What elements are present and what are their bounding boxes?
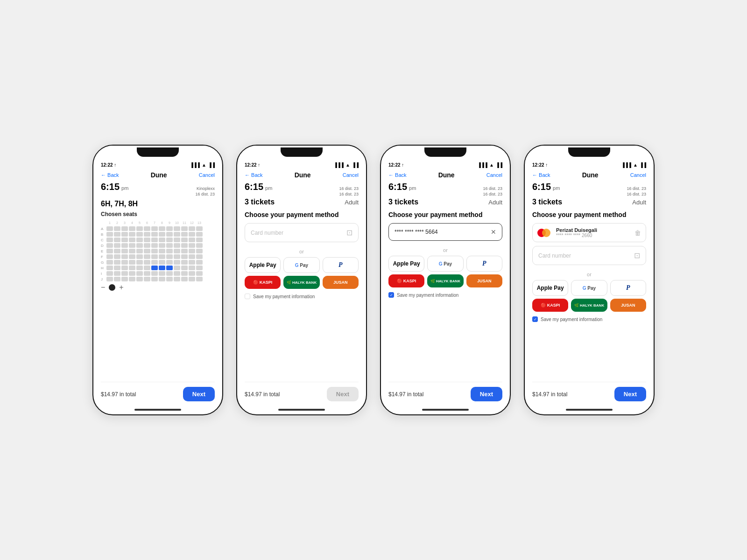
seat[interactable] — [114, 271, 120, 276]
card-input-3[interactable]: **** **** **** 5664 ✕ — [388, 223, 502, 241]
seat[interactable] — [196, 260, 203, 265]
seat[interactable] — [174, 243, 180, 248]
seat[interactable] — [166, 277, 173, 281]
paypal-button-2[interactable]: P — [323, 257, 359, 273]
zoom-out-button[interactable]: − — [101, 283, 105, 292]
seat[interactable] — [151, 226, 158, 231]
seat[interactable] — [174, 232, 180, 237]
back-button-2[interactable]: ← Back — [245, 172, 263, 178]
seat[interactable] — [114, 260, 120, 265]
seat[interactable] — [121, 277, 128, 281]
seat[interactable] — [106, 243, 113, 248]
seat[interactable] — [106, 226, 113, 231]
seat[interactable] — [136, 249, 143, 253]
seat[interactable] — [129, 260, 135, 265]
save-checkbox-3[interactable]: ✓ — [388, 292, 394, 298]
seat[interactable] — [189, 249, 195, 253]
google-pay-button-4[interactable]: G Pay — [571, 280, 607, 296]
back-button-1[interactable]: ← Back — [101, 172, 119, 178]
kaspi-button-2[interactable]: 🔴 KASPI — [245, 276, 281, 289]
save-checkbox-2[interactable] — [245, 294, 250, 299]
back-button-3[interactable]: ← Back — [388, 172, 407, 178]
seat[interactable] — [181, 254, 188, 259]
seat[interactable] — [121, 254, 128, 259]
seat[interactable] — [144, 226, 150, 231]
google-pay-button-2[interactable]: G Pay — [283, 257, 319, 273]
seat[interactable] — [166, 254, 173, 259]
seat[interactable] — [166, 271, 173, 276]
seat[interactable] — [166, 226, 173, 231]
seat[interactable] — [159, 238, 165, 242]
seat[interactable] — [114, 226, 120, 231]
save-checkbox-4[interactable]: ✓ — [532, 316, 538, 322]
seat[interactable] — [196, 232, 203, 237]
seat[interactable] — [174, 226, 180, 231]
seat[interactable] — [196, 243, 203, 248]
seat[interactable] — [144, 249, 150, 253]
saved-card[interactable]: Perizat Duisegali **** **** **** 2660 🗑 — [532, 223, 646, 242]
seat[interactable] — [121, 260, 128, 265]
seat[interactable] — [151, 254, 158, 259]
seat[interactable] — [189, 277, 195, 281]
seat[interactable] — [151, 277, 158, 281]
seat[interactable] — [151, 238, 158, 242]
jusan-button-4[interactable]: JUSAN — [610, 299, 646, 312]
seat[interactable] — [114, 254, 120, 259]
seat[interactable] — [159, 232, 165, 237]
paypal-button-3[interactable]: P — [466, 256, 502, 272]
jusan-button-2[interactable]: JUSAN — [323, 276, 359, 289]
seat[interactable] — [106, 232, 113, 237]
seat[interactable] — [181, 243, 188, 248]
seat[interactable] — [159, 254, 165, 259]
card-input-2[interactable]: Card number ⊡ — [245, 223, 359, 242]
seat[interactable] — [181, 232, 188, 237]
seat[interactable] — [166, 243, 173, 248]
seat[interactable] — [129, 249, 135, 253]
halyk-button-3[interactable]: 🌿 HALYK BANK — [427, 274, 463, 287]
seat[interactable] — [106, 271, 113, 276]
zoom-in-button[interactable]: + — [119, 283, 123, 292]
seat[interactable] — [114, 238, 120, 242]
seat[interactable] — [151, 260, 158, 265]
seat[interactable] — [121, 226, 128, 231]
seat[interactable] — [129, 232, 135, 237]
seat[interactable] — [144, 254, 150, 259]
seat[interactable] — [129, 266, 135, 270]
seat[interactable] — [181, 266, 188, 270]
seat[interactable] — [144, 260, 150, 265]
seat[interactable] — [151, 271, 158, 276]
seat[interactable] — [151, 249, 158, 253]
seat[interactable] — [174, 238, 180, 242]
seat[interactable] — [121, 243, 128, 248]
seat[interactable] — [106, 249, 113, 253]
jusan-button-3[interactable]: JUSAN — [466, 274, 502, 287]
cancel-button-3[interactable]: Cancel — [486, 172, 502, 178]
seat[interactable] — [181, 238, 188, 242]
seat[interactable] — [106, 266, 113, 270]
seat[interactable] — [129, 243, 135, 248]
cancel-button-4[interactable]: Cancel — [630, 172, 646, 178]
cancel-button-1[interactable]: Cancel — [199, 172, 215, 178]
seat[interactable] — [144, 238, 150, 242]
seat[interactable] — [136, 271, 143, 276]
seat[interactable] — [181, 271, 188, 276]
seat[interactable] — [196, 254, 203, 259]
clear-card-button-3[interactable]: ✕ — [491, 228, 496, 236]
seat[interactable] — [181, 260, 188, 265]
seat[interactable] — [151, 243, 158, 248]
seat[interactable] — [189, 226, 195, 231]
card-input-4[interactable]: Card number ⊡ — [532, 246, 646, 265]
seat[interactable] — [114, 243, 120, 248]
seat[interactable] — [129, 238, 135, 242]
kaspi-button-4[interactable]: 🔴 KASPI — [532, 299, 568, 312]
apple-pay-button-2[interactable]: Apple Pay — [245, 257, 281, 273]
seat[interactable] — [121, 249, 128, 253]
seat[interactable] — [129, 277, 135, 281]
seat[interactable] — [159, 243, 165, 248]
seat[interactable] — [151, 232, 158, 237]
seat[interactable] — [181, 249, 188, 253]
seat[interactable] — [174, 249, 180, 253]
seat[interactable] — [136, 277, 143, 281]
seat[interactable] — [174, 260, 180, 265]
next-button-1[interactable]: Next — [183, 387, 215, 401]
